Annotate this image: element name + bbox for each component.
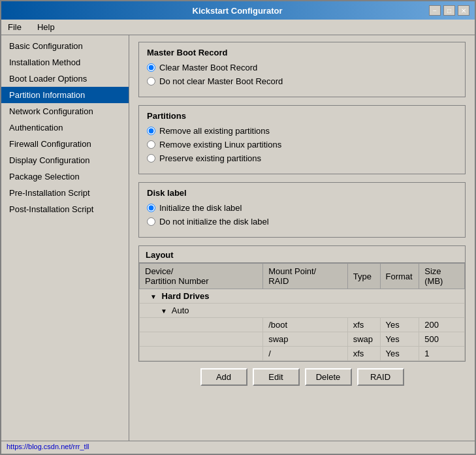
partition-mount-root: / <box>263 347 347 361</box>
mbr-clear-label: Clear Master Boot Record <box>159 63 257 72</box>
sidebar-item-post-installation-script[interactable]: Post-Installation Script <box>1 201 129 217</box>
action-buttons: Add Edit Delete RAID <box>138 368 466 386</box>
col-header-device: Device/Partition Number <box>140 264 263 289</box>
partition-type-swap: swap <box>347 332 380 347</box>
disk-label-title: Disk label <box>147 188 457 198</box>
partition-mount-swap: swap <box>263 332 347 347</box>
minimize-button[interactable]: − <box>429 5 441 16</box>
status-bar: https://blog.csdn.net/rrr_tll <box>1 441 475 454</box>
window-controls: − □ ✕ <box>429 5 469 16</box>
hard-drives-text: Hard Drives <box>162 291 210 301</box>
col-header-size: Size (MB) <box>419 264 465 289</box>
partition-format-boot: Yes <box>380 318 419 332</box>
edit-button[interactable]: Edit <box>253 368 300 386</box>
disk-label-section: Disk label Initialize the disk label Do … <box>138 182 466 238</box>
auto-label: ▼ Auto <box>140 304 465 318</box>
hard-drives-label: ▼ Hard Drives <box>140 289 465 304</box>
disk-label-option-no-initialize: Do not initialize the disk label <box>147 217 457 227</box>
hard-drives-arrow: ▼ <box>150 293 157 300</box>
table-row-hard-drives[interactable]: ▼ Hard Drives <box>140 289 465 304</box>
partitions-remove-all-radio[interactable] <box>147 127 155 135</box>
partitions-option-remove-linux: Remove existing Linux partitions <box>147 140 457 149</box>
col-header-mount: Mount Point/RAID <box>263 264 347 289</box>
auto-arrow: ▼ <box>161 307 167 315</box>
layout-title: Layout <box>139 246 465 262</box>
partition-type-boot: xfs <box>347 318 380 332</box>
sidebar-item-boot-loader-options[interactable]: Boot Loader Options <box>1 71 129 87</box>
sidebar-item-installation-method[interactable]: Installation Method <box>1 54 129 71</box>
partitions-option-remove-all: Remove all existing partitions <box>147 126 457 136</box>
disk-label-initialize-radio[interactable] <box>147 204 155 212</box>
main-panel: Master Boot Record Clear Master Boot Rec… <box>129 35 475 441</box>
partition-type-root: xfs <box>347 347 380 361</box>
master-boot-record-section: Master Boot Record Clear Master Boot Rec… <box>138 42 466 97</box>
disk-label-no-initialize-label: Do not initialize the disk label <box>159 217 269 227</box>
partition-format-swap: Yes <box>380 332 419 347</box>
sidebar-item-display-configuration[interactable]: Display Configuration <box>1 152 129 168</box>
content-area: Basic Configuration Installation Method … <box>1 35 475 441</box>
partition-device-swap <box>140 332 263 347</box>
delete-button[interactable]: Delete <box>305 368 352 386</box>
disk-label-option-initialize: Initialize the disk label <box>147 203 457 213</box>
partition-size-boot: 200 <box>419 318 465 332</box>
close-button[interactable]: ✕ <box>458 5 469 16</box>
partition-device-boot <box>140 318 263 332</box>
sidebar-item-authentication[interactable]: Authentication <box>1 119 129 136</box>
disk-label-initialize-label: Initialize the disk label <box>159 203 242 213</box>
sidebar-item-basic-configuration[interactable]: Basic Configuration <box>1 38 129 54</box>
sidebar-item-firewall-configuration[interactable]: Firewall Configuration <box>1 136 129 152</box>
sidebar-item-package-selection[interactable]: Package Selection <box>1 168 129 185</box>
sidebar: Basic Configuration Installation Method … <box>1 35 129 441</box>
partitions-remove-linux-radio[interactable] <box>147 140 155 149</box>
mbr-clear-radio[interactable] <box>147 63 155 72</box>
add-button[interactable]: Add <box>200 368 247 386</box>
main-window: Kickstart Configurator − □ ✕ File Help B… <box>0 0 476 455</box>
partitions-option-preserve: Preserve existing partitions <box>147 153 457 163</box>
partitions-remove-linux-label: Remove existing Linux partitions <box>159 140 281 149</box>
layout-section: Layout Device/Partition Number Mount Poi… <box>138 245 466 362</box>
master-boot-record-title: Master Boot Record <box>147 48 457 57</box>
partitions-section: Partitions Remove all existing partition… <box>138 105 466 174</box>
layout-table-wrapper: Device/Partition Number Mount Point/RAID… <box>139 262 465 361</box>
sidebar-item-pre-installation-script[interactable]: Pre-Installation Script <box>1 185 129 201</box>
mbr-no-clear-radio[interactable] <box>147 77 155 86</box>
partitions-remove-all-label: Remove all existing partitions <box>159 126 270 136</box>
partition-format-root: Yes <box>380 347 419 361</box>
menu-help[interactable]: Help <box>33 21 59 33</box>
layout-table: Device/Partition Number Mount Point/RAID… <box>139 263 465 361</box>
sidebar-item-network-configuration[interactable]: Network Configuration <box>1 103 129 119</box>
mbr-no-clear-label: Do not clear Master Boot Record <box>159 76 283 86</box>
title-bar: Kickstart Configurator − □ ✕ <box>1 1 475 20</box>
table-row-root[interactable]: / xfs Yes 1 <box>140 347 465 361</box>
sidebar-item-partition-information[interactable]: Partition Information <box>1 87 129 103</box>
disk-label-no-initialize-radio[interactable] <box>147 217 155 226</box>
table-row-swap[interactable]: swap swap Yes 500 <box>140 332 465 347</box>
table-header-row: Device/Partition Number Mount Point/RAID… <box>140 264 465 289</box>
window-title: Kickstart Configurator <box>46 6 429 16</box>
partition-size-root: 1 <box>419 347 465 361</box>
partitions-preserve-radio[interactable] <box>147 154 155 163</box>
table-row-boot[interactable]: /boot xfs Yes 200 <box>140 318 465 332</box>
auto-text: Auto <box>172 306 189 315</box>
col-header-format: Format <box>380 264 419 289</box>
table-row-auto[interactable]: ▼ Auto <box>140 304 465 318</box>
raid-button[interactable]: RAID <box>357 368 404 386</box>
status-url: https://blog.csdn.net/rrr_tll <box>7 443 89 450</box>
col-header-type: Type <box>347 264 380 289</box>
mbr-option-clear: Clear Master Boot Record <box>147 63 457 72</box>
partition-device-root <box>140 347 263 361</box>
partition-size-swap: 500 <box>419 332 465 347</box>
partitions-preserve-label: Preserve existing partitions <box>159 153 261 163</box>
mbr-option-no-clear: Do not clear Master Boot Record <box>147 76 457 86</box>
maximize-button[interactable]: □ <box>443 5 455 16</box>
partitions-title: Partitions <box>147 111 457 121</box>
menu-file[interactable]: File <box>4 21 25 33</box>
menu-bar: File Help <box>1 20 475 35</box>
partition-mount-boot: /boot <box>263 318 347 332</box>
